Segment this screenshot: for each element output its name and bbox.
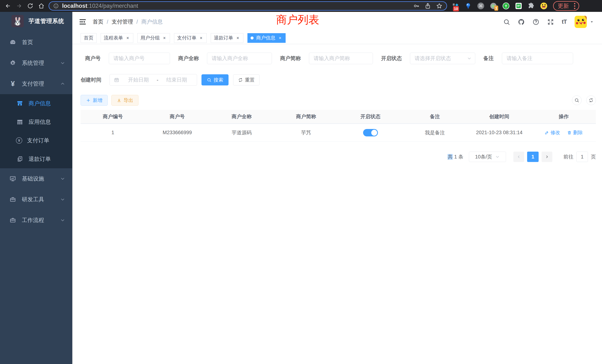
tab-label: 退款订单 xyxy=(214,35,233,41)
back-button[interactable] xyxy=(3,1,13,11)
fullscreen-icon[interactable] xyxy=(547,19,554,25)
page-size-select[interactable]: 10条/页 xyxy=(469,152,506,162)
browser-update-button[interactable]: 更新 xyxy=(553,1,579,11)
site-info-icon[interactable] xyxy=(53,3,59,9)
status-select[interactable]: 请选择开启状态 xyxy=(410,53,475,64)
sidebar-item-dev-tools[interactable]: 研发工具 xyxy=(0,189,72,210)
col-full-name: 商户全称 xyxy=(209,113,274,120)
sidebar-item-label: 系统管理 xyxy=(22,59,44,67)
extension-y-icon[interactable]: Y xyxy=(502,2,510,10)
toggle-search-button[interactable] xyxy=(572,96,582,105)
search-icon[interactable] xyxy=(503,19,510,25)
merchant-no-input[interactable] xyxy=(109,53,170,64)
cell-remark: 我是备注 xyxy=(403,129,467,136)
extension-puzzle-icon[interactable] xyxy=(527,2,535,10)
annotation-overlay: 商户列表 xyxy=(276,13,319,27)
breadcrumb-payment[interactable]: 支付管理 xyxy=(112,18,133,26)
tab-refund-order[interactable]: 退款订单 × xyxy=(211,33,243,43)
remark-input[interactable] xyxy=(502,53,573,64)
extension-mail-icon[interactable]: 1 xyxy=(489,2,497,10)
date-separator: - xyxy=(156,77,159,83)
sidebar-item-payment[interactable]: ¥ 支付管理 xyxy=(0,73,72,94)
close-icon[interactable]: × xyxy=(199,35,204,41)
chevron-down-icon xyxy=(60,197,65,202)
reload-button[interactable] xyxy=(25,1,36,11)
sidebar-item-refund-order[interactable]: 退款订单 xyxy=(0,150,72,168)
share-icon[interactable] xyxy=(425,3,431,9)
font-size-icon[interactable]: tT xyxy=(562,19,567,25)
tags-view-bar: 首页 流程表单 × 用户分组 × 支付订单 × 退款订单 × xyxy=(72,32,602,44)
sidebar-item-infrastructure[interactable]: 基础设施 xyxy=(0,168,72,189)
close-icon[interactable]: × xyxy=(235,35,240,41)
sidebar: 🐰 芋道管理系统 首页 系统管理 xyxy=(0,12,72,364)
forward-button[interactable] xyxy=(14,1,24,11)
tab-process-form[interactable]: 流程表单 × xyxy=(101,33,133,43)
extension-notes-icon[interactable] xyxy=(515,2,523,10)
bookmark-star-icon[interactable] xyxy=(436,3,442,9)
copy-document-icon xyxy=(16,156,24,162)
total-count: 共1 条 xyxy=(448,153,463,160)
status-toggle[interactable] xyxy=(363,129,378,136)
add-button[interactable]: 新增 xyxy=(81,95,108,106)
goto-page-input[interactable] xyxy=(576,152,588,162)
prev-page-button[interactable] xyxy=(513,152,524,162)
browser-menu-icon[interactable] xyxy=(572,3,577,9)
close-icon[interactable]: × xyxy=(125,35,130,41)
cell-full-name: 芋道源码 xyxy=(209,129,274,136)
address-bar[interactable]: localhost:1024/pay/merchant xyxy=(49,1,447,11)
tab-label: 用户分组 xyxy=(140,35,160,41)
help-icon[interactable] xyxy=(533,19,539,25)
app-logo[interactable]: 🐰 芋道管理系统 xyxy=(0,12,72,30)
extension-downloads-icon[interactable]: 10 xyxy=(452,2,460,10)
refresh-button[interactable] xyxy=(586,96,596,105)
table-row: 1 M233666999 芋道源码 芋艿 我是备注 2021-10-23 08:… xyxy=(81,124,596,142)
edit-button[interactable]: 修改 xyxy=(545,129,560,136)
breadcrumb-separator: / xyxy=(107,19,108,25)
extension-emoji-icon[interactable] xyxy=(540,2,548,10)
page-1-button[interactable]: 1 xyxy=(527,152,539,162)
full-name-input[interactable] xyxy=(207,53,272,64)
delete-button[interactable]: 删除 xyxy=(567,129,583,136)
date-range-picker[interactable]: 开始日期 - 结束日期 xyxy=(109,74,197,86)
password-key-icon[interactable] xyxy=(413,3,419,9)
reset-button[interactable]: 重置 xyxy=(233,74,259,86)
breadcrumb-home[interactable]: 首页 xyxy=(93,18,103,26)
tab-label: 商户信息 xyxy=(256,35,275,41)
next-page-button[interactable] xyxy=(542,152,552,162)
extension-command-icon[interactable]: ⌘ xyxy=(477,2,485,10)
sidebar-item-app-info[interactable]: 应用信息 xyxy=(0,113,72,131)
tab-pay-order[interactable]: 支付订单 × xyxy=(174,33,207,43)
github-icon[interactable] xyxy=(518,19,525,25)
tab-user-group[interactable]: 用户分组 × xyxy=(137,33,170,43)
cell-short-name: 芋艿 xyxy=(274,129,338,136)
sidebar-item-pay-order[interactable]: ¥ 支付订单 xyxy=(0,131,72,150)
sidebar-item-merchant-info[interactable]: 商户信息 xyxy=(0,94,72,113)
short-name-input[interactable] xyxy=(309,53,373,64)
sidebar-item-system[interactable]: 系统管理 xyxy=(0,53,72,73)
sidebar-item-workflow[interactable]: 工作流程 xyxy=(0,210,72,231)
tab-merchant-info[interactable]: 商户信息 × xyxy=(247,33,286,43)
sidebar-fold-icon[interactable] xyxy=(79,18,86,26)
cell-status xyxy=(338,129,403,136)
field-label: 备注 xyxy=(483,55,494,62)
user-menu[interactable] xyxy=(575,16,594,28)
tab-home[interactable]: 首页 xyxy=(81,33,97,43)
reset-button-label: 重置 xyxy=(245,77,255,83)
export-button[interactable]: 导出 xyxy=(111,95,139,106)
close-icon[interactable]: × xyxy=(278,35,282,41)
screen: localhost:1024/pay/merchant 10 ⌘ xyxy=(0,0,602,364)
caret-down-icon xyxy=(590,20,594,24)
pagination: 共1 条 10条/页 1 前往 xyxy=(81,152,596,162)
close-icon[interactable]: × xyxy=(162,35,167,41)
gear-icon xyxy=(9,60,17,66)
table-header: 商户编号 商户号 商户全称 商户简称 开启状态 备注 创建时间 操作 xyxy=(81,110,596,124)
col-merchant-no: 商户号 xyxy=(145,113,210,120)
end-date-placeholder[interactable]: 结束日期 xyxy=(159,76,195,83)
search-button[interactable]: 搜索 xyxy=(202,74,228,86)
start-date-placeholder[interactable]: 开始日期 xyxy=(120,76,156,83)
home-button[interactable] xyxy=(36,1,47,11)
search-button-label: 搜索 xyxy=(214,77,223,83)
sidebar-item-home[interactable]: 首页 xyxy=(0,32,72,53)
page-content: 商户号 商户全称 商户简称 开启状态 请选择开启状态 xyxy=(72,44,602,364)
extension-pin-icon[interactable] xyxy=(464,2,472,10)
